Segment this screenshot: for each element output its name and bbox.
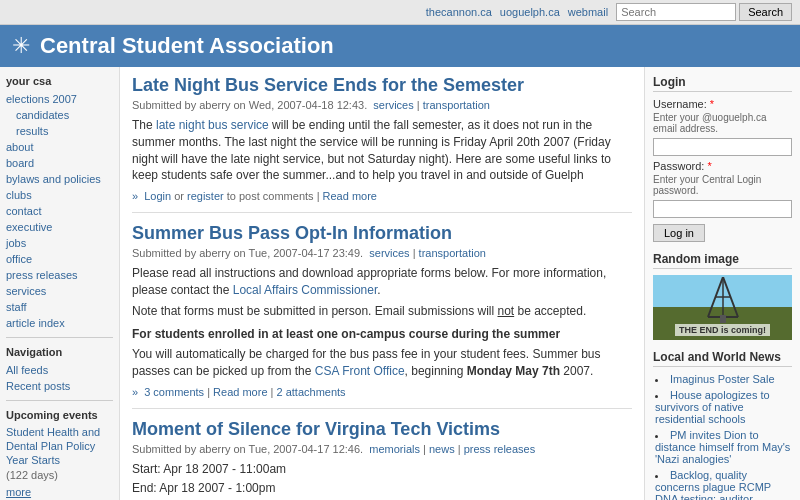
article-2-tag-1[interactable]: news: [429, 443, 455, 455]
right-sidebar: Login Username: * Enter your @uoguelph.c…: [645, 67, 800, 500]
article-2-body: Start: Apr 18 2007 - 11:00am End: Apr 18…: [132, 461, 632, 500]
upcoming-days: (122 days): [6, 469, 113, 481]
random-image-title: Random image: [653, 252, 792, 269]
article-0-meta: Submitted by aberry on Wed, 2007-04-18 1…: [132, 99, 632, 111]
event-start: Start: Apr 18 2007 - 11:00am: [132, 461, 632, 478]
csa-logo-icon: ✳: [12, 33, 30, 59]
password-label: Password: *: [653, 160, 792, 172]
article-0-read-more-link[interactable]: Read more: [323, 190, 377, 202]
article-0-title: Late Night Bus Service Ends for the Seme…: [132, 75, 632, 96]
username-input[interactable]: [653, 138, 792, 156]
search-input[interactable]: [616, 3, 736, 21]
topbar: thecannon.ca uoguelph.ca webmail Search: [0, 0, 800, 25]
sidebar-item-bylaws[interactable]: bylaws and policies: [6, 171, 113, 187]
image-caption: THE END is coming!: [675, 324, 770, 336]
article-1-body: Please read all instructions and downloa…: [132, 265, 632, 380]
uoguelph-link[interactable]: uoguelph.ca: [500, 6, 560, 18]
svg-rect-5: [720, 315, 726, 323]
login-section-title: Login: [653, 75, 792, 92]
sidebar-divider-1: [6, 337, 113, 338]
sidebar-item-clubs[interactable]: clubs: [6, 187, 113, 203]
more-events-link[interactable]: more: [6, 486, 31, 498]
event-end: End: Apr 18 2007 - 1:00pm: [132, 480, 632, 497]
article-1-comments-link[interactable]: 3 comments: [144, 386, 204, 398]
search-button[interactable]: Search: [739, 3, 792, 21]
article-0-register-link[interactable]: register: [187, 190, 224, 202]
sidebar-item-elections[interactable]: elections 2007: [6, 91, 113, 107]
main-layout: your csa elections 2007 candidates resul…: [0, 67, 800, 500]
article-2: Moment of Silence for Virgina Tech Victi…: [132, 419, 632, 500]
sidebar-item-jobs[interactable]: jobs: [6, 235, 113, 251]
news-item-0[interactable]: Imaginus Poster Sale: [655, 373, 792, 385]
sidebar-item-results[interactable]: results: [6, 123, 113, 139]
username-hint: Enter your @uoguelph.ca email address.: [653, 112, 792, 134]
search-form: Search: [616, 3, 792, 21]
sidebar-item-board[interactable]: board: [6, 155, 113, 171]
sidebar-item-office[interactable]: office: [6, 251, 113, 267]
sidebar-item-services[interactable]: services: [6, 283, 113, 299]
upcoming-event-item[interactable]: Student Health and Dental Plan Policy Ye…: [6, 425, 113, 467]
sidebar-divider-2: [6, 400, 113, 401]
webmail-link[interactable]: webmail: [568, 6, 608, 18]
article-0: Late Night Bus Service Ends for the Seme…: [132, 75, 632, 213]
header: ✳ Central Student Association: [0, 25, 800, 67]
site-title: Central Student Association: [40, 33, 334, 59]
article-0-tag-0[interactable]: services: [373, 99, 413, 111]
news-item-1[interactable]: House apologizes to survivors of native …: [655, 389, 792, 425]
news-item-3[interactable]: Backlog, quality concerns plague RCMP DN…: [655, 469, 792, 500]
oil-derrick-icon: [703, 277, 743, 327]
article-0-tag-1[interactable]: transportation: [423, 99, 490, 111]
sidebar-item-recent-posts[interactable]: Recent posts: [6, 378, 113, 394]
article-1: Summer Bus Pass Opt-In Information Submi…: [132, 223, 632, 409]
article-1-read-more-link[interactable]: Read more: [213, 386, 267, 398]
sidebar-item-article-index[interactable]: article index: [6, 315, 113, 331]
sidebar-item-about[interactable]: about: [6, 139, 113, 155]
random-image: THE END is coming!: [653, 275, 792, 340]
sidebar-item-press-releases[interactable]: press releases: [6, 267, 113, 283]
random-image-inner: THE END is coming!: [653, 275, 792, 340]
article-0-body: The late night bus service will be endin…: [132, 117, 632, 184]
article-2-title: Moment of Silence for Virgina Tech Victi…: [132, 419, 632, 440]
sidebar-item-candidates[interactable]: candidates: [6, 107, 113, 123]
sidebar-item-staff[interactable]: staff: [6, 299, 113, 315]
thecannon-link[interactable]: thecannon.ca: [426, 6, 492, 18]
article-2-meta: Submitted by aberry on Tue, 2007-04-17 1…: [132, 443, 632, 455]
sidebar-item-executive[interactable]: executive: [6, 219, 113, 235]
sidebar-item-all-feeds[interactable]: All feeds: [6, 362, 113, 378]
password-hint: Enter your Central Login password.: [653, 174, 792, 196]
local-news-title: Local and World News: [653, 350, 792, 367]
article-1-title: Summer Bus Pass Opt-In Information: [132, 223, 632, 244]
left-sidebar: your csa elections 2007 candidates resul…: [0, 67, 120, 500]
article-1-tag-1[interactable]: transportation: [419, 247, 486, 259]
password-input[interactable]: [653, 200, 792, 218]
article-0-footer: » Login or register to post comments | R…: [132, 190, 632, 202]
upcoming-events-heading: Upcoming events: [6, 409, 113, 421]
article-1-tag-0[interactable]: services: [369, 247, 409, 259]
your-csa-heading: your csa: [6, 75, 113, 87]
login-button[interactable]: Log in: [653, 224, 705, 242]
article-0-login-link[interactable]: Login: [144, 190, 171, 202]
sidebar-item-contact[interactable]: contact: [6, 203, 113, 219]
navigation-heading: Navigation: [6, 346, 113, 358]
article-1-footer: » 3 comments | Read more | 2 attachments: [132, 386, 632, 398]
news-list: Imaginus Poster Sale House apologizes to…: [653, 373, 792, 500]
username-label: Username: *: [653, 98, 792, 110]
main-content: Late Night Bus Service Ends for the Seme…: [120, 67, 645, 500]
article-2-tag-0[interactable]: memorials: [369, 443, 420, 455]
article-1-attachments-link[interactable]: 2 attachments: [277, 386, 346, 398]
news-item-2[interactable]: PM invites Dion to distance himself from…: [655, 429, 792, 465]
article-2-tag-2[interactable]: press releases: [464, 443, 536, 455]
article-1-meta: Submitted by aberry on Tue, 2007-04-17 2…: [132, 247, 632, 259]
